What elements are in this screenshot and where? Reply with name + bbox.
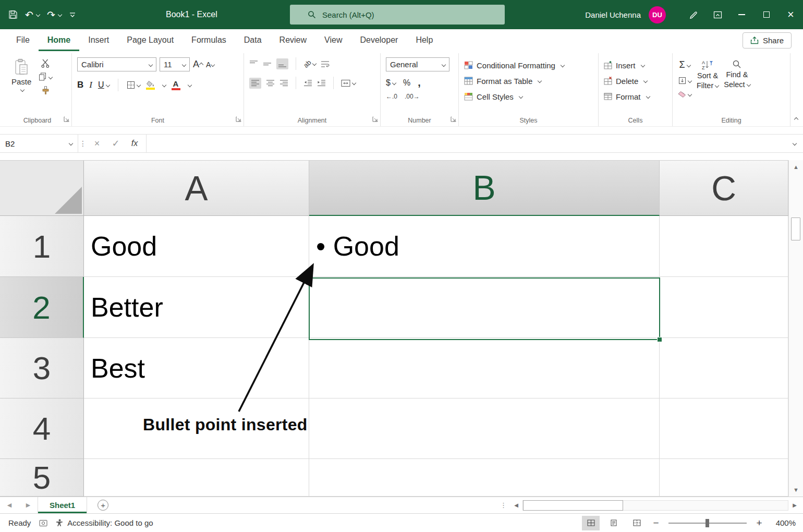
cut-button[interactable] — [39, 59, 52, 68]
share-button[interactable]: Share — [743, 32, 792, 49]
decrease-decimal-button[interactable]: .00→ — [405, 93, 420, 100]
cell-C1[interactable] — [660, 216, 788, 277]
redo-button[interactable]: ↷ — [47, 9, 62, 21]
avatar[interactable]: DU — [649, 6, 666, 23]
tab-insert[interactable]: Insert — [79, 29, 118, 51]
horizontal-scroll-track[interactable] — [522, 500, 788, 511]
grow-font-button[interactable]: A — [193, 59, 203, 70]
save-button[interactable] — [8, 10, 18, 19]
zoom-out-button[interactable]: − — [651, 517, 661, 529]
formula-bar-expand-button[interactable] — [784, 135, 803, 152]
align-right-button[interactable] — [279, 79, 288, 87]
row-header-1[interactable]: 1 — [0, 216, 84, 277]
format-as-table-button[interactable]: Format as Table — [464, 73, 594, 89]
percent-format-button[interactable]: % — [403, 78, 410, 88]
column-header-a[interactable]: A — [84, 161, 309, 216]
tab-data[interactable]: Data — [235, 29, 271, 51]
user-name[interactable]: Daniel Uchenna — [585, 10, 641, 19]
selection-border[interactable] — [309, 277, 660, 340]
conditional-formatting-button[interactable]: Conditional Formatting — [464, 57, 594, 73]
normal-view-button[interactable] — [582, 516, 600, 530]
font-dialog-launcher[interactable] — [236, 115, 241, 124]
cell-B1[interactable]: • Good — [309, 216, 660, 277]
vertical-scrollbar[interactable]: ▲ ▼ — [788, 160, 803, 497]
copy-button[interactable] — [39, 72, 52, 81]
cell-B4[interactable] — [309, 398, 660, 459]
row-header-5[interactable]: 5 — [0, 459, 84, 497]
tab-view[interactable]: View — [315, 29, 351, 51]
autosum-button[interactable]: Σ — [678, 59, 691, 70]
paste-button[interactable]: Paste — [8, 57, 34, 114]
cell-C2[interactable] — [660, 277, 788, 338]
align-top-button[interactable] — [249, 60, 258, 68]
clear-button[interactable] — [678, 91, 691, 98]
cell-styles-button[interactable]: Cell Styles — [464, 89, 594, 104]
cell-B5[interactable] — [309, 459, 660, 497]
zoom-in-button[interactable]: + — [754, 517, 764, 529]
insert-function-button[interactable]: fx — [125, 139, 144, 148]
align-middle-button[interactable] — [263, 60, 272, 68]
select-all-corner[interactable] — [0, 161, 84, 216]
bold-button[interactable]: B — [77, 80, 83, 90]
cell-C4[interactable] — [660, 398, 788, 459]
cell-A1[interactable]: Good — [84, 216, 309, 277]
cell-A3[interactable]: Best — [84, 338, 309, 398]
number-format-combobox[interactable]: General — [386, 57, 449, 71]
macro-record-button[interactable] — [39, 519, 47, 527]
cell-C5[interactable] — [660, 459, 788, 497]
close-button[interactable]: × — [778, 0, 803, 29]
insert-cells-button[interactable]: Insert — [604, 57, 668, 73]
fill-button[interactable] — [678, 77, 691, 84]
tab-page-layout[interactable]: Page Layout — [118, 29, 182, 51]
italic-button[interactable]: I — [89, 80, 92, 90]
scroll-down-button[interactable]: ▼ — [789, 483, 803, 497]
page-break-view-button[interactable] — [628, 516, 646, 530]
column-header-c[interactable]: C — [660, 161, 788, 216]
tab-formulas[interactable]: Formulas — [182, 29, 235, 51]
column-header-b[interactable]: B — [309, 161, 660, 216]
font-size-combobox[interactable]: 11 — [160, 57, 190, 71]
enter-button[interactable]: ✓ — [106, 138, 125, 149]
vertical-scroll-thumb[interactable] — [791, 217, 800, 240]
merge-center-button[interactable] — [341, 79, 356, 87]
currency-format-button[interactable]: $ — [386, 78, 396, 88]
search-box[interactable] — [290, 5, 505, 25]
find-select-button[interactable]: Find & Select — [724, 57, 750, 114]
zoom-slider-thumb[interactable] — [705, 519, 709, 527]
zoom-level[interactable]: 400% — [770, 518, 796, 527]
scroll-right-button[interactable]: ▶ — [788, 502, 801, 508]
formula-input[interactable] — [147, 135, 784, 152]
orientation-button[interactable]: ab — [303, 60, 316, 68]
sheet-nav-right-icon[interactable]: ▶ — [19, 497, 38, 513]
add-sheet-button[interactable]: + — [98, 500, 108, 511]
scroll-left-button[interactable]: ◀ — [510, 502, 522, 508]
sheet-nav-left-icon[interactable]: ◀ — [0, 497, 19, 513]
accessibility-checker-button[interactable]: Accessibility: Good to go — [56, 518, 153, 527]
sheet-tab-sheet1[interactable]: Sheet1 — [38, 497, 87, 513]
row-header-3[interactable]: 3 — [0, 338, 84, 398]
maximize-button[interactable] — [754, 0, 778, 29]
underline-button[interactable]: U — [98, 80, 110, 90]
horizontal-scrollbar[interactable]: ◀ ▶ — [510, 497, 803, 513]
row-header-4[interactable]: 4 — [0, 398, 84, 459]
cell-A5[interactable] — [84, 459, 309, 497]
tab-splitter-handle[interactable]: ⋮ — [500, 501, 507, 509]
tab-help[interactable]: Help — [407, 29, 442, 51]
clipboard-dialog-launcher[interactable] — [64, 115, 69, 124]
tab-home[interactable]: Home — [39, 29, 79, 51]
fill-handle[interactable] — [657, 337, 662, 342]
shrink-font-button[interactable]: A — [206, 61, 214, 69]
scroll-up-button[interactable]: ▲ — [789, 160, 803, 174]
wrap-text-button[interactable] — [321, 60, 330, 68]
customize-quick-access-button[interactable] — [69, 12, 76, 18]
undo-button[interactable]: ↶ — [25, 9, 40, 21]
align-center-button[interactable] — [266, 79, 275, 87]
delete-cells-button[interactable]: Delete — [604, 73, 668, 89]
horizontal-scroll-thumb[interactable] — [523, 500, 623, 511]
collapse-ribbon-button[interactable] — [793, 114, 798, 123]
align-left-button[interactable] — [249, 78, 261, 89]
tab-file[interactable]: File — [7, 29, 39, 51]
cell-C3[interactable] — [660, 338, 788, 398]
ribbon-display-options-button[interactable] — [705, 0, 729, 29]
font-name-combobox[interactable]: Calibri — [77, 57, 156, 71]
